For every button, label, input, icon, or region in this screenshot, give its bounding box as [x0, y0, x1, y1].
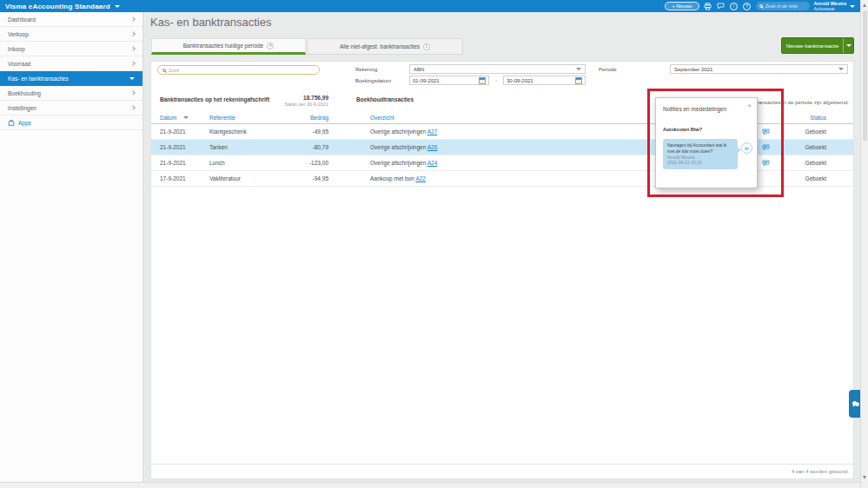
tab-count-badge: 1: [423, 43, 430, 50]
sidebar-item-kas-en-banktransacties[interactable]: Kas- en banktransacties: [0, 71, 142, 86]
sidebar-item-dashboard[interactable]: Dashboard: [0, 12, 142, 27]
saldo-caption: Saldo per 30-9-2021: [247, 102, 328, 107]
note-text: Navragen bij Accountant wat ik met de bt…: [667, 142, 733, 155]
boekingsdatum-label: Boekingsdatum: [355, 78, 391, 83]
sidebar-item-label: Dashboard: [8, 16, 36, 23]
nieuwe-banktransactie-button[interactable]: Nieuwe banktransactie: [781, 37, 854, 54]
help-search: [756, 2, 810, 10]
chevron-down-icon: [115, 5, 120, 8]
cell-overzicht: Aankoop met bon A22: [328, 175, 553, 181]
cell-status: Geboekt: [774, 175, 826, 181]
cell-status: Geboekt: [774, 144, 826, 150]
row-count-text: 4 van 4 worden getoond.: [792, 469, 849, 474]
tab-alle-niet-afgest-banktransacties[interactable]: Alle niet-afgest. banktransacties 1: [307, 38, 463, 55]
calendar-icon[interactable]: [575, 77, 582, 84]
chat-icon[interactable]: [717, 2, 726, 10]
popup-title: Notities en mededelingen: [663, 106, 726, 112]
help-icon[interactable]: ?: [743, 2, 752, 10]
chevron-down-icon: [576, 68, 581, 70]
scrollbar-thumb[interactable]: [863, 10, 867, 141]
note-cell: [757, 160, 774, 167]
sidebar-item-instellingen[interactable]: Instellingen: [0, 101, 142, 115]
scroll-up-icon[interactable]: [863, 3, 866, 7]
column-header-status[interactable]: Status: [774, 115, 826, 121]
cell-overzicht: Overige afschrijvingen A27: [328, 129, 553, 135]
note-indicator-icon[interactable]: [762, 160, 770, 167]
chevron-right-icon: [130, 61, 136, 66]
sidebar-item-voorraad[interactable]: Voorraad: [0, 56, 142, 71]
sidebar-item-inkoop[interactable]: Inkoop: [0, 42, 142, 56]
column-header-overzicht[interactable]: Overzicht: [328, 115, 553, 121]
voucher-link[interactable]: A26: [427, 144, 438, 150]
voucher-link[interactable]: A24: [427, 160, 438, 166]
new-button-label: + Nieuwe: [672, 3, 692, 9]
user-company: Activewear: [814, 7, 847, 12]
chevron-down-icon: [838, 68, 844, 70]
help-glyph: ?: [743, 3, 751, 10]
tab-banktransacties-huidige-periode[interactable]: Banktransacties huidige periode 4: [151, 38, 306, 55]
note-timestamp: 2021-09-21 15:15: [667, 160, 733, 166]
chevron-down-icon[interactable]: [843, 38, 853, 53]
column-header-referentie[interactable]: Referentie: [209, 115, 285, 121]
cell-overzicht: Overige afschrijvingen A24: [328, 160, 553, 166]
primary-button-label: Nieuwe banktransactie: [782, 38, 843, 53]
calendar-icon[interactable]: [479, 77, 486, 84]
voucher-link[interactable]: A22: [415, 175, 426, 181]
chevron-right-icon: [130, 105, 136, 110]
date-from-input[interactable]: [413, 78, 477, 83]
cell-datum: 17-9-2021: [160, 175, 209, 181]
search-input[interactable]: [169, 68, 315, 73]
overzicht-text: Overige afschrijvingen: [370, 129, 426, 135]
sidebar-item-boekhouding[interactable]: Boekhouding: [0, 86, 142, 101]
cell-status: Geboekt: [774, 160, 826, 166]
cell-referentie: Lunch: [209, 160, 285, 166]
cell-datum: 21-9-2021: [160, 160, 209, 166]
new-button[interactable]: + Nieuwe: [665, 2, 699, 10]
table-footer: 4 van 4 worden getoond.: [151, 464, 853, 478]
chevron-right-icon: [130, 16, 136, 22]
alert-icon[interactable]: !: [730, 2, 739, 10]
note-author: Arnold Westra: [667, 155, 733, 161]
horizontal-scrollbar[interactable]: [0, 482, 860, 488]
header-label: Datum: [160, 115, 176, 121]
note-bubble[interactable]: Navragen bij Accountant wat ik met de bt…: [663, 139, 738, 169]
periode-select[interactable]: September 2021: [670, 64, 848, 74]
date-separator: -: [495, 77, 497, 82]
tab-label: Alle niet-afgest. banktransacties: [340, 43, 420, 49]
note-indicator-icon[interactable]: [762, 129, 770, 135]
cell-datum: 21-9-2021: [160, 129, 209, 135]
sidebar-item-label: Instellingen: [8, 105, 36, 111]
note-cell: [757, 144, 774, 151]
chevron-right-icon: [130, 46, 136, 51]
close-icon[interactable]: ×: [747, 102, 752, 109]
user-menu[interactable]: Arnold Westra Activewear: [814, 1, 856, 11]
page-title: Kas- en banktransacties: [150, 16, 271, 29]
column-header-datum[interactable]: Datum: [160, 115, 209, 121]
printer-icon[interactable]: [704, 2, 712, 10]
sidebar: Dashboard Verkoop Inkoop Voorraad Kas- e…: [0, 12, 143, 488]
scroll-down-icon[interactable]: [863, 476, 866, 479]
help-search-input[interactable]: [765, 3, 806, 9]
tab-count-badge: 4: [267, 43, 274, 49]
search-box: [157, 65, 320, 75]
date-to-input[interactable]: [507, 78, 573, 83]
topbar-actions: + Nieuwe ! ?: [665, 1, 855, 11]
note-indicator-icon[interactable]: [762, 144, 770, 151]
sidebar-item-apps[interactable]: Apps: [0, 115, 142, 130]
cell-referentie: Vakliteratuur: [209, 175, 285, 181]
notities-popup: Notities en mededelingen × Autokosten Bt…: [655, 97, 758, 188]
alert-glyph: !: [730, 3, 738, 10]
cell-bedrag: -80,79: [285, 144, 328, 150]
vertical-scrollbar[interactable]: [860, 0, 868, 488]
cell-bedrag: -49,95: [285, 129, 328, 135]
brand-label: Visma eAccounting Standaard: [5, 3, 110, 10]
rekening-label: Rekening: [355, 67, 377, 72]
sidebar-item-label: Inkoop: [8, 46, 25, 52]
date-from-field: [409, 76, 489, 85]
voucher-link[interactable]: A27: [427, 129, 438, 135]
brand-menu[interactable]: Visma eAccounting Standaard: [5, 3, 120, 10]
chevron-down-icon: [129, 77, 135, 80]
column-header-bedrag[interactable]: Bedrag: [285, 115, 328, 121]
rekening-select[interactable]: ABN: [409, 64, 586, 74]
sidebar-item-verkoop[interactable]: Verkoop: [0, 27, 142, 42]
